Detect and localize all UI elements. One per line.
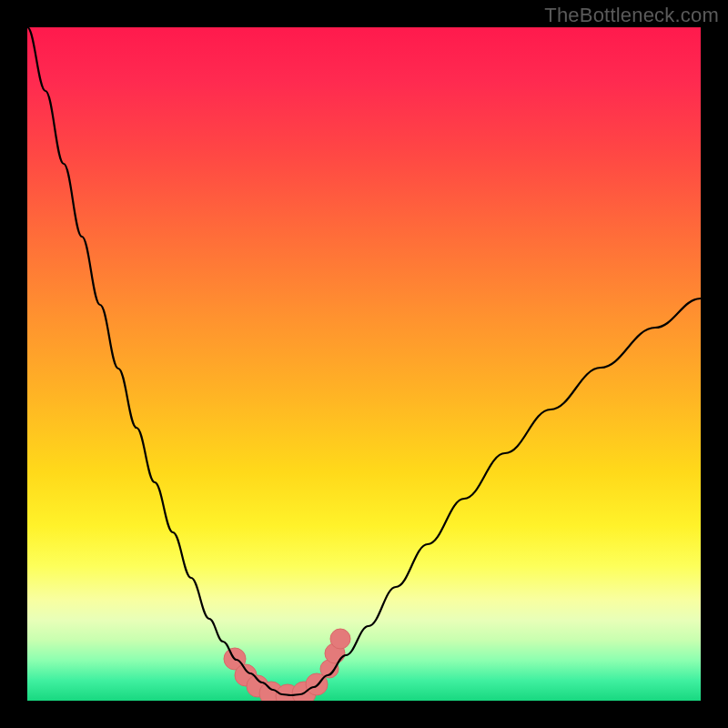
left-curve [27, 27, 282, 694]
data-marker [330, 629, 350, 649]
watermark-text: TheBottleneck.com [544, 4, 719, 27]
plot-frame [27, 27, 701, 701]
curve-floor [282, 694, 300, 695]
curve-layer [27, 27, 701, 701]
right-curve [300, 298, 701, 694]
